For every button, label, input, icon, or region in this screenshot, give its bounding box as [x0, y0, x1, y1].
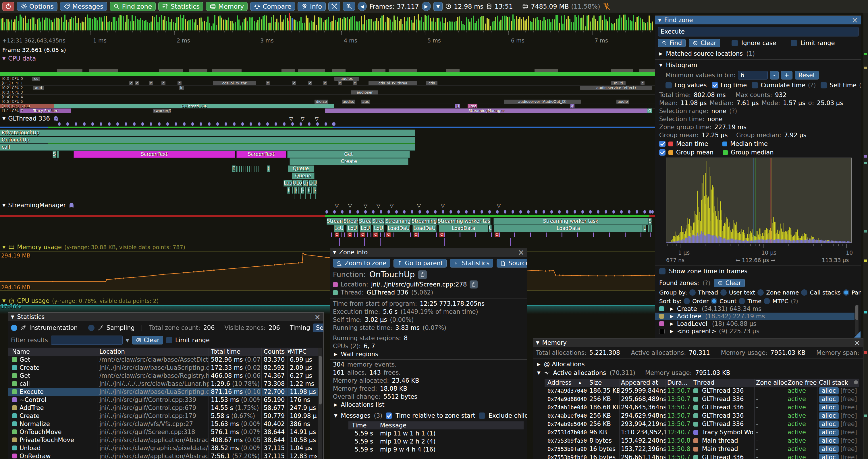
decrease-bin-button[interactable]: -: [770, 71, 779, 79]
options-button[interactable]: Options: [17, 2, 57, 11]
sample-dot[interactable]: [208, 122, 211, 126]
info-button[interactable]: Info: [298, 2, 326, 11]
lock-zone[interactable]: C: [373, 232, 378, 237]
find-zone-titlebar[interactable]: ▼Find zone×: [655, 16, 861, 24]
timeline-zone[interactable]: Lo: [309, 180, 313, 187]
group-mean-checkbox[interactable]: [659, 149, 665, 156]
zone-marker-icon[interactable]: ▽: [377, 203, 380, 208]
alloc-callstack-button[interactable]: alloc: [819, 437, 839, 445]
sample-dot[interactable]: [566, 210, 568, 214]
zoom-to-zone-button[interactable]: Zoom to zone: [333, 259, 390, 267]
sample-dot[interactable]: [519, 210, 522, 214]
compare-button[interactable]: Compare: [250, 2, 295, 11]
zone-marker-icon[interactable]: ▽: [315, 117, 318, 121]
cpu-chip[interactable]: cds_ol_rx_thr: [213, 81, 256, 85]
allocations-expander[interactable]: ▶@ Allocations: [537, 361, 585, 368]
alloc-callstack-button[interactable]: alloc: [819, 412, 839, 419]
cpu-chip[interactable]: c: [308, 81, 312, 85]
sample-dot[interactable]: [480, 210, 483, 214]
increase-bin-button[interactable]: +: [781, 71, 793, 79]
memory-graph-plot[interactable]: [0, 252, 655, 291]
sample-dot[interactable]: [316, 122, 319, 126]
timeline-zone[interactable]: [298, 187, 300, 194]
cpu-chip[interactable]: dio.se: [314, 100, 328, 104]
column-header[interactable]: Dura...: [667, 379, 688, 387]
clear-filter-button[interactable]: Clear: [132, 336, 163, 345]
active-allocations-expander[interactable]: ▼ Active allocations(70,311) Memory usag…: [537, 369, 730, 376]
prev-frame-button[interactable]: ◀: [358, 2, 367, 11]
cpu-chip[interactable]: audio: [616, 100, 629, 104]
cpu-chip[interactable]: c: [149, 81, 153, 85]
sample-dot[interactable]: [372, 210, 375, 214]
alloc-callstack-button[interactable]: alloc: [819, 421, 839, 428]
sample-dot[interactable]: [542, 210, 545, 214]
table-row[interactable]: Createjni/../jni/src/guif/Control.cpp:17…: [8, 412, 318, 420]
close-icon[interactable]: ×: [314, 313, 320, 321]
cpu-chip[interactable]: audio.: [342, 100, 355, 104]
sample-dot[interactable]: [225, 122, 227, 126]
glthread-header[interactable]: ▼GLThread 336: [2, 115, 59, 122]
sample-dot[interactable]: [333, 210, 336, 214]
clear-found-button[interactable]: Clear: [714, 279, 745, 287]
column-header[interactable]: Size: [589, 379, 602, 387]
zone-marker-icon[interactable]: ▽: [289, 117, 293, 121]
cpu-context-bar[interactable]: Ti: [455, 104, 460, 108]
frame-dropdown-button[interactable]: ▼: [433, 2, 443, 11]
timeline-zone[interactable]: LoadData: [494, 225, 643, 232]
table-row[interactable]: AddTreejni/../jni/src/guif/Control.cpp:6…: [8, 404, 318, 412]
timeline-zone[interactable]: [650, 225, 652, 232]
micro-zone[interactable]: [252, 166, 252, 172]
main-scrollbar[interactable]: [863, 13, 868, 459]
sample-dot[interactable]: [465, 210, 468, 214]
timeline-zone[interactable]: PrivateTouchUp: [0, 129, 415, 136]
sort-by-mtpc[interactable]: [764, 298, 770, 304]
time-relative-checkbox[interactable]: [386, 413, 392, 419]
timeline-zone[interactable]: Streaming worker tas: [437, 218, 491, 225]
sample-dot[interactable]: [291, 122, 294, 126]
column-header[interactable]: Address: [548, 379, 571, 387]
cpu-chip[interactable]: audios: [334, 77, 359, 81]
cpu-context-bar[interactable]: StreamingManager: [325, 108, 647, 113]
sample-dot[interactable]: [191, 122, 194, 126]
close-icon[interactable]: ×: [851, 17, 858, 24]
micro-zone[interactable]: [249, 166, 250, 172]
sample-dot[interactable]: [108, 122, 111, 126]
table-row[interactable]: Normalizejni/../jni/src/claw/vfs/Vfs.cpp…: [8, 420, 318, 428]
sample-dot[interactable]: [233, 122, 236, 126]
sample-dot[interactable]: [388, 210, 390, 214]
sample-dot[interactable]: [612, 210, 615, 214]
statistics-titlebar[interactable]: ▼Statistics×: [8, 313, 323, 321]
micro-zone[interactable]: [241, 166, 242, 172]
timeline-zone[interactable]: (: [267, 165, 270, 172]
sample-dot[interactable]: [100, 122, 102, 126]
allocation-row[interactable]: 0x7553b9fbf016 bytes296,661,146ns13:50.7…: [545, 453, 859, 459]
cpu-context-bar[interactable]: Tracy Profiler: [20, 108, 71, 113]
column-header[interactable]: Zone free: [787, 379, 817, 387]
sample-dot[interactable]: [341, 210, 343, 214]
reset-bin-button[interactable]: Reset: [795, 71, 819, 79]
lock-zone[interactable]: C: [439, 232, 444, 237]
column-header[interactable]: Counts: [264, 348, 285, 356]
timeline-zone[interactable]: E: [232, 165, 236, 172]
column-header[interactable]: Appeared at: [621, 379, 658, 387]
sample-dot[interactable]: [275, 122, 277, 126]
allocation-row[interactable]: 0x7553b9fa508 bytes153,492,240ns13:50.8M…: [545, 437, 859, 445]
sample-dot[interactable]: [133, 122, 135, 126]
timeline-zone[interactable]: St: [648, 218, 652, 225]
log-time-checkbox[interactable]: [712, 82, 718, 89]
allocation-row[interactable]: 0x74ab1ef040256 KB294,629,948ns13:50.7GL…: [545, 412, 859, 420]
sample-dot[interactable]: [403, 210, 406, 214]
sample-dot[interactable]: [158, 122, 161, 126]
cpu-chip[interactable]: c: [161, 81, 165, 85]
table-row[interactable]: Get/mnt/e/claw/src/claw/base/AssetDict.h…: [8, 356, 318, 364]
statistics-button[interactable]: Statistics: [158, 2, 204, 11]
sample-dot[interactable]: [349, 210, 351, 214]
sample-dot[interactable]: [636, 210, 638, 214]
sample-dot[interactable]: [250, 122, 252, 126]
column-header[interactable]: MTPC: [290, 348, 307, 356]
ignore-case-checkbox[interactable]: [732, 40, 738, 46]
sample-dot[interactable]: [620, 210, 623, 214]
micro-zone[interactable]: [238, 166, 238, 172]
sample-dot[interactable]: [643, 210, 646, 214]
timeline-zone[interactable]: Loa: [283, 180, 292, 187]
